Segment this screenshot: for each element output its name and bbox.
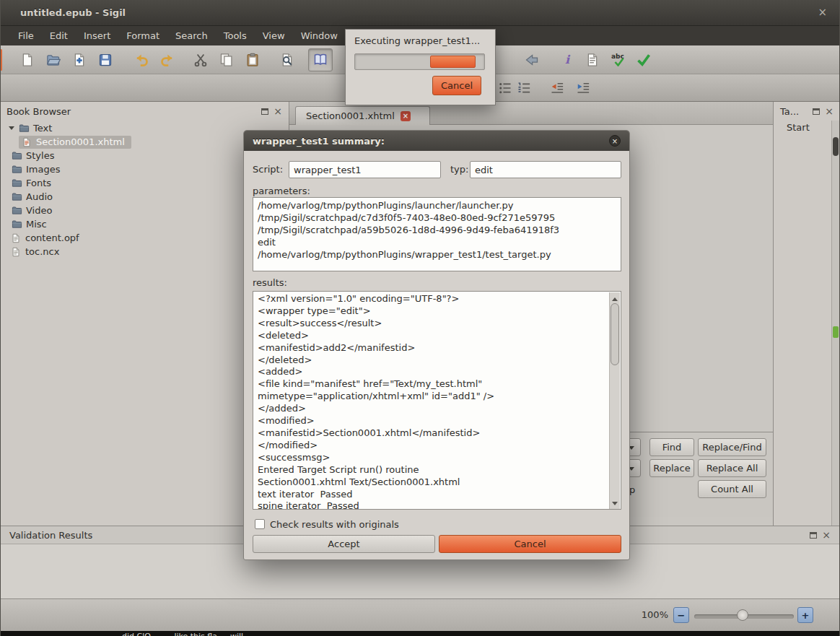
progress-bar-chunk: [430, 56, 476, 68]
xhtml-file-icon: [21, 136, 32, 148]
float-panel-icon[interactable]: [813, 108, 820, 115]
menu-item[interactable]: Search: [167, 26, 216, 45]
script-input[interactable]: [289, 161, 441, 178]
checkbox-label: Check results with originals: [270, 519, 399, 530]
tree-item-label: Section0001.xhtml: [36, 136, 125, 147]
results-box[interactable]: <?xml version="1.0" encoding="UTF-8"?><w…: [253, 291, 621, 510]
folder-icon: [11, 150, 22, 162]
cut-icon[interactable]: [192, 51, 209, 69]
zoom-in-button[interactable]: +: [797, 607, 813, 623]
toolbar-drag-handle[interactable]: [0, 49, 2, 71]
tree-item-label: Misc: [26, 219, 47, 230]
tree-item-label: content.opf: [25, 232, 79, 243]
indent-increase-icon[interactable]: [574, 79, 592, 97]
zoom-level: 100%: [638, 609, 668, 620]
folder-icon: [11, 219, 22, 230]
menu-item[interactable]: Edit: [42, 26, 76, 45]
zoom-slider-handle[interactable]: [737, 609, 748, 621]
folder-icon: [11, 164, 22, 175]
result-line: <file kind="manifest" href="Text/my_test…: [258, 378, 605, 391]
add-existing-file-icon[interactable]: [71, 51, 88, 69]
scrollbar-green-mark: [833, 326, 839, 338]
spellcheck-icon[interactable]: abc: [610, 51, 627, 69]
replace-find-button[interactable]: Replace/Find: [698, 438, 766, 456]
window-close-icon[interactable]: ×: [818, 7, 827, 18]
validate-epub-icon[interactable]: [635, 51, 652, 69]
right-scrollbar-handle[interactable]: [833, 137, 839, 156]
menu-item[interactable]: File: [10, 26, 42, 45]
folder-icon: [11, 205, 22, 217]
validation-title: Validation Results: [9, 530, 92, 541]
result-line: </deleted>: [258, 354, 605, 367]
progress-cancel-button[interactable]: Cancel: [432, 76, 481, 95]
redo-icon[interactable]: [159, 51, 176, 69]
result-line: <manifestid>add2</manifestid>: [258, 342, 605, 354]
toc-entry[interactable]: Start: [787, 122, 810, 133]
menu-item[interactable]: Tools: [216, 26, 255, 45]
expander-icon[interactable]: [9, 126, 14, 133]
paste-icon[interactable]: [244, 51, 261, 69]
float-panel-icon[interactable]: [261, 108, 268, 115]
result-line: <modified>: [258, 415, 605, 427]
back-icon[interactable]: [523, 51, 541, 69]
copy-icon[interactable]: [218, 51, 235, 69]
tree-item-label: Images: [26, 164, 61, 175]
close-panel-icon[interactable]: ×: [822, 531, 831, 539]
count-all-button[interactable]: Count All: [698, 480, 766, 498]
menu-item[interactable]: View: [255, 26, 293, 45]
result-line: <result>success</result>: [258, 318, 605, 330]
folder-icon: [11, 191, 22, 203]
results-scrollbar-handle[interactable]: [611, 303, 619, 365]
split-view-icon[interactable]: [308, 48, 333, 71]
parameter-line: /home/varlog/tmp/pythonPlugins/wrapper_t…: [258, 248, 616, 261]
result-line: Section0001.xhtml Text/Section0001.xhtml: [258, 476, 605, 489]
open-file-icon[interactable]: [45, 51, 62, 69]
bulleted-list-icon[interactable]: [496, 79, 514, 97]
find-icon[interactable]: [279, 51, 296, 69]
typ-label: typ:: [450, 164, 468, 175]
result-line: <manifestid>Section0001.xhtml</manifesti…: [258, 427, 605, 440]
dialog-close-icon[interactable]: ×: [609, 135, 621, 147]
dialog-title: wrapper_test1 summary:: [253, 136, 385, 147]
result-line: </modified>: [258, 440, 605, 452]
save-icon[interactable]: [97, 51, 114, 69]
undo-icon[interactable]: [133, 51, 150, 69]
background-window-strip: … … did ClO … … like this fla … will …: [0, 631, 840, 636]
numbered-list-icon[interactable]: [515, 79, 533, 97]
typ-input[interactable]: [470, 161, 621, 178]
scroll-down-icon[interactable]: [610, 500, 620, 510]
tab-close-icon[interactable]: ×: [401, 111, 411, 121]
scroll-up-icon[interactable]: [610, 292, 620, 302]
file-icon: [10, 246, 22, 258]
metadata-icon[interactable]: i: [559, 51, 576, 69]
check-results-checkbox[interactable]: [255, 519, 265, 529]
toc-entries: Start: [787, 122, 810, 133]
tab-section0001[interactable]: Section0001.xhtml ×: [295, 106, 430, 125]
replace-all-button[interactable]: Replace All: [698, 459, 766, 477]
clipped-background-text: … … did ClO … … like this fla … will …: [101, 632, 254, 636]
toc-panel: Ta... × Start: [773, 102, 840, 526]
tree-item-label: Styles: [26, 150, 54, 161]
close-panel-icon[interactable]: ×: [825, 108, 834, 115]
close-panel-icon[interactable]: ×: [274, 108, 282, 115]
replace-button[interactable]: Replace: [649, 459, 694, 477]
find-button[interactable]: Find: [649, 438, 694, 456]
parameters-box[interactable]: /home/varlog/tmp/pythonPlugins/launcher/…: [253, 197, 621, 271]
float-panel-icon[interactable]: [810, 532, 817, 539]
tree-item-label: toc.ncx: [25, 246, 59, 257]
menu-item[interactable]: Insert: [76, 26, 118, 45]
metadata-editor-icon[interactable]: [584, 51, 601, 69]
cancel-button[interactable]: Cancel: [439, 535, 621, 553]
zoom-out-button[interactable]: −: [673, 607, 689, 623]
tree-item-label: Text: [33, 123, 52, 134]
accept-button[interactable]: Accept: [253, 535, 435, 553]
menu-item[interactable]: Window: [293, 26, 346, 45]
result-line: <successmsg>: [258, 452, 605, 464]
progress-bar: [354, 53, 485, 70]
results-scrollbar[interactable]: [609, 292, 620, 510]
indent-decrease-icon[interactable]: [548, 79, 566, 97]
right-scrollbar-track[interactable]: [831, 121, 839, 526]
menu-item[interactable]: Format: [118, 26, 167, 45]
summary-dialog: wrapper_test1 summary: × Script: typ: pa…: [243, 130, 630, 560]
new-file-icon[interactable]: [19, 51, 36, 69]
